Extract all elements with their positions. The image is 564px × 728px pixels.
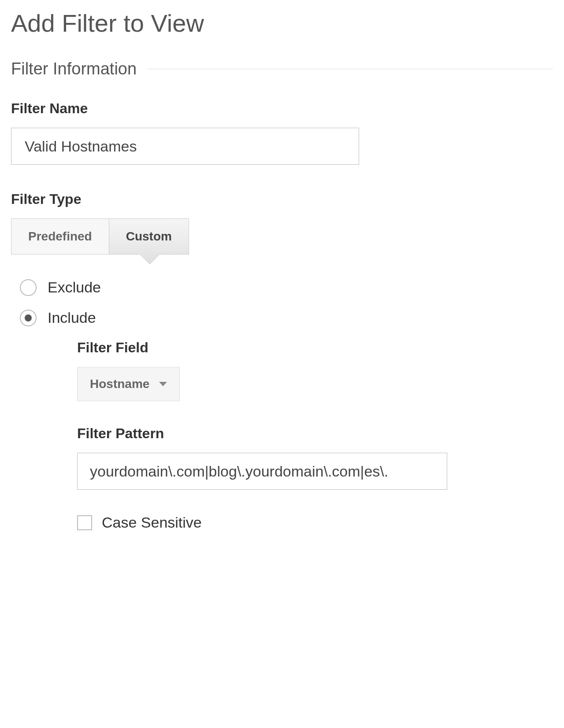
page-title: Add Filter to View (11, 9, 553, 37)
section-header: Filter Information (11, 59, 553, 78)
radio-exclude-label: Exclude (48, 279, 101, 296)
filter-name-block: Filter Name (11, 100, 553, 165)
radio-include-option[interactable]: Include (20, 309, 553, 326)
filter-name-input[interactable] (11, 128, 359, 165)
filter-field-dropdown[interactable]: Hostname (77, 367, 180, 401)
include-sub-block: Filter Field Hostname Filter Pattern Cas… (20, 340, 553, 531)
filter-type-segmented: Predefined Custom (11, 218, 189, 255)
radio-exclude-option[interactable]: Exclude (20, 279, 553, 296)
radio-include-circle[interactable] (20, 310, 37, 326)
case-sensitive-checkbox[interactable] (77, 515, 92, 530)
radio-exclude-circle[interactable] (20, 279, 37, 296)
section-divider (148, 69, 553, 69)
radio-include-label: Include (48, 309, 96, 326)
filter-type-label: Filter Type (11, 191, 553, 207)
filter-field-value: Hostname (90, 377, 149, 391)
case-sensitive-row[interactable]: Case Sensitive (77, 514, 553, 531)
chevron-down-icon (159, 382, 167, 386)
filter-name-label: Filter Name (11, 100, 553, 117)
case-sensitive-label: Case Sensitive (102, 514, 202, 531)
filter-type-predefined-button[interactable]: Predefined (11, 219, 109, 254)
section-title: Filter Information (11, 59, 148, 78)
filter-pattern-label: Filter Pattern (77, 425, 553, 442)
radio-group: Exclude Include Filter Field Hostname Fi… (11, 279, 553, 531)
filter-type-block: Filter Type Predefined Custom (11, 191, 553, 255)
filter-pattern-input[interactable] (77, 453, 447, 490)
filter-field-label: Filter Field (77, 340, 553, 356)
